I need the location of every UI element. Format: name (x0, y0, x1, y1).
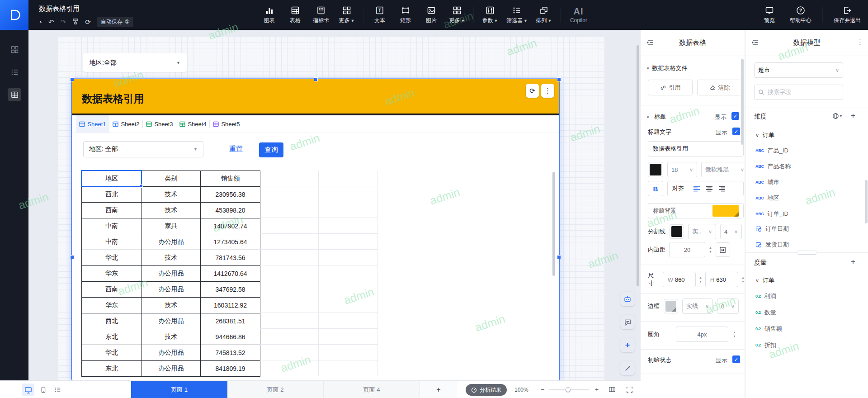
column-header[interactable]: 地区 (82, 171, 142, 187)
widget-scrollbar[interactable] (552, 172, 555, 276)
tab-sheet2[interactable]: Sheet2 (109, 115, 143, 133)
tool-arrange[interactable]: 排列▼ (534, 5, 553, 24)
zoom-slider-knob[interactable] (566, 387, 571, 392)
title-bg-row[interactable]: 标题背景 (648, 203, 744, 218)
resize-handle-mid-left[interactable] (70, 255, 74, 259)
title-show-checkbox[interactable]: ✓ (731, 112, 739, 120)
kebab-icon[interactable]: ⋮ (857, 38, 863, 46)
width-stepper[interactable]: ▲▼ (699, 276, 702, 283)
tool-parameter[interactable]: 参数▼ (481, 5, 500, 24)
analysis-result-button[interactable]: 分析结果 (466, 384, 507, 396)
padding-all-sides-button[interactable] (716, 242, 730, 257)
tool-table[interactable]: 表格 (286, 5, 305, 24)
width-input[interactable]: W 860 (663, 272, 696, 287)
align-center-icon[interactable] (706, 185, 713, 192)
field-item[interactable]: 0.2销售额 (755, 325, 782, 333)
title-text-show-checkbox[interactable]: ✓ (732, 128, 740, 135)
resize-handle-top-center[interactable] (314, 77, 318, 81)
preview-button[interactable]: 预览 (760, 5, 779, 24)
section-drag-handle[interactable] (797, 251, 817, 255)
resize-handle-top-right[interactable] (557, 77, 561, 81)
font-size-select[interactable]: 18∨ (667, 162, 697, 177)
dataset-select[interactable]: 超市 ∨ (754, 62, 843, 78)
globe-filter-button[interactable]: ▾ (832, 113, 842, 119)
divider-style-select[interactable]: 实..∨ (688, 224, 716, 239)
redo-icon[interactable]: ↷ (61, 19, 66, 25)
add-dimension-button[interactable]: + (851, 111, 855, 120)
measure-group-row[interactable]: ∨ 订单 (755, 276, 774, 284)
field-item[interactable]: ABC产品名称 (755, 162, 791, 171)
tab-sheet4[interactable]: Sheet4 (176, 115, 210, 133)
design-canvas[interactable]: 地区:全部 ▼ 数据表格引用 ⟳ ⋮ Sheet1 Sheet2 (28, 30, 641, 380)
refresh-icon[interactable]: ⟳ (85, 19, 91, 25)
tool-filter[interactable]: 筛选器▼ (506, 5, 528, 24)
comment-button[interactable] (620, 315, 635, 329)
field-item[interactable]: ABC城市 (755, 178, 779, 186)
border-color-swatch[interactable] (664, 299, 678, 313)
add-measure-button[interactable]: + (851, 257, 855, 266)
history-icon[interactable]: ◔ (38, 19, 42, 25)
undo-icon[interactable]: ↶ (48, 19, 54, 25)
ai-assistant-button[interactable] (620, 292, 635, 306)
app-logo[interactable] (0, 0, 28, 30)
section-caret-icon[interactable]: ▾ (647, 115, 649, 119)
save-exit-button[interactable]: 保存并退出 (834, 5, 861, 24)
tool-indicator-card[interactable]: 123 指标卡 (311, 5, 330, 24)
search-field-input[interactable]: 搜索字段 (754, 85, 843, 100)
border-width-select[interactable]: 0∨ (717, 298, 739, 314)
field-item[interactable]: 0.2折扣 (755, 341, 776, 349)
divider-width-select[interactable]: 4∨ (720, 224, 742, 239)
column-header[interactable]: 销售额 (201, 171, 260, 187)
clear-button[interactable]: 清除 (697, 80, 742, 95)
file-section-header[interactable]: ▾ 数据表格文件 (647, 64, 688, 72)
sidebar-item-data-table[interactable] (8, 88, 21, 101)
format-painter-icon[interactable] (72, 18, 79, 25)
tab-sheet5[interactable]: Sheet5 (210, 115, 243, 133)
tool-chart[interactable]: 图表 (260, 5, 279, 24)
font-family-select[interactable]: 微软雅黑∨ (701, 162, 748, 177)
widget-menu-button[interactable]: ⋮ (541, 84, 554, 98)
model-panel-scrollbar[interactable] (865, 180, 868, 223)
dimension-group-row[interactable]: ∨ 订单 (755, 131, 774, 139)
column-header[interactable]: 类别 (142, 171, 201, 187)
reference-button[interactable]: 引用 (648, 80, 693, 95)
canvas-region-filter[interactable]: 地区:全部 ▼ (83, 53, 187, 72)
tool-copilot[interactable]: AI Copilot (570, 6, 587, 24)
tool-more-media[interactable]: 更多▼ (448, 5, 467, 24)
style-panel-scrollbar[interactable] (741, 59, 744, 145)
resize-handle-mid-right[interactable] (557, 255, 561, 259)
initial-state-checkbox[interactable]: ✓ (732, 355, 740, 363)
padding-input[interactable]: 20 (669, 242, 705, 257)
field-item[interactable]: ABC订单_ID (755, 210, 788, 218)
tool-image[interactable]: 图片 (422, 5, 441, 24)
layout-columns-button[interactable] (606, 383, 618, 396)
widget-region-select[interactable]: 地区: 全部 ▼ (83, 141, 203, 157)
height-stepper[interactable]: ▲▼ (741, 276, 745, 283)
zoom-in-button[interactable]: + (595, 386, 599, 393)
page-tab-1[interactable]: 页面 1 (131, 381, 227, 398)
field-item[interactable]: ABC产品_ID (755, 147, 788, 155)
tab-sheet3[interactable]: Sheet3 (143, 115, 176, 133)
tool-more-charts[interactable]: 更多▼ (337, 5, 356, 24)
border-style-select[interactable]: 实线∨ (682, 298, 713, 314)
divider-color-swatch[interactable] (670, 224, 684, 239)
resize-handle-top-left[interactable] (70, 77, 74, 81)
page-tab-2[interactable]: 页面 2 (227, 381, 324, 398)
radius-stepper[interactable]: ▲▼ (733, 331, 736, 338)
align-right-icon[interactable] (718, 185, 726, 192)
padding-stepper[interactable]: ▲▼ (709, 246, 712, 253)
fullscreen-button[interactable] (623, 383, 636, 396)
add-component-button[interactable]: + (620, 338, 635, 352)
desktop-view-button[interactable] (22, 384, 34, 396)
magic-wand-button[interactable] (620, 361, 635, 375)
title-color-swatch[interactable] (648, 162, 663, 177)
align-left-icon[interactable] (693, 185, 700, 192)
canvas-vertical-scrollbar[interactable] (637, 45, 639, 286)
widget-refresh-button[interactable]: ⟳ (526, 84, 539, 98)
field-item[interactable]: 0.2利润 (755, 292, 776, 300)
data-table-widget[interactable]: 数据表格引用 ⟳ ⋮ Sheet1 Sheet2 Sheet3 (72, 79, 559, 380)
sidebar-item-outline[interactable] (8, 65, 21, 79)
title-text-input[interactable]: 数据表格引用 (648, 141, 744, 156)
field-item[interactable]: 发货日期 (755, 241, 789, 249)
tool-rectangle[interactable]: 矩形 (396, 5, 415, 24)
